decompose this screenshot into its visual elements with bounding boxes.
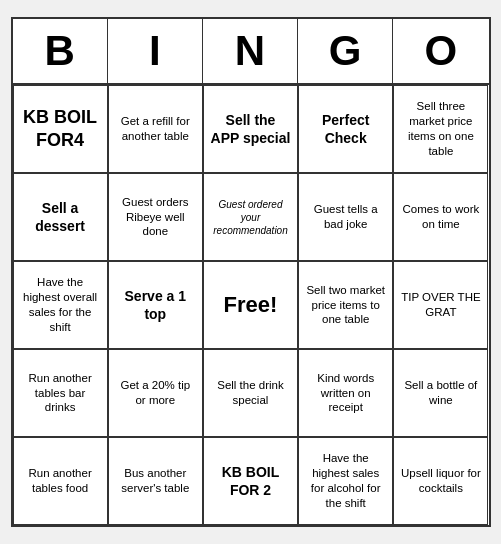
bingo-cell-19[interactable]: Sell a bottle of wine <box>393 349 488 437</box>
bingo-cell-3[interactable]: Perfect Check <box>298 85 393 173</box>
bingo-cell-9[interactable]: Comes to work on time <box>393 173 488 261</box>
bingo-grid: KB BOIL FOR4Get a refill for another tab… <box>13 85 489 525</box>
bingo-cell-10[interactable]: Have the highest overall sales for the s… <box>13 261 108 349</box>
bingo-cell-7[interactable]: Guest ordered your recommendation <box>203 173 298 261</box>
bingo-cell-2[interactable]: Sell the APP special <box>203 85 298 173</box>
bingo-cell-5[interactable]: Sell a dessert <box>13 173 108 261</box>
bingo-letter-b: B <box>13 19 108 83</box>
bingo-cell-13[interactable]: Sell two market price items to one table <box>298 261 393 349</box>
bingo-cell-15[interactable]: Run another tables bar drinks <box>13 349 108 437</box>
bingo-cell-14[interactable]: TIP OVER THE GRAT <box>393 261 488 349</box>
bingo-cell-12[interactable]: Free! <box>203 261 298 349</box>
bingo-header: BINGO <box>13 19 489 85</box>
bingo-letter-i: I <box>108 19 203 83</box>
bingo-cell-0[interactable]: KB BOIL FOR4 <box>13 85 108 173</box>
bingo-cell-6[interactable]: Guest orders Ribeye well done <box>108 173 203 261</box>
bingo-letter-o: O <box>393 19 488 83</box>
bingo-cell-24[interactable]: Upsell liquor for cocktails <box>393 437 488 525</box>
bingo-cell-22[interactable]: KB BOIL FOR 2 <box>203 437 298 525</box>
bingo-cell-16[interactable]: Get a 20% tip or more <box>108 349 203 437</box>
bingo-letter-g: G <box>298 19 393 83</box>
bingo-cell-21[interactable]: Bus another server's table <box>108 437 203 525</box>
bingo-cell-20[interactable]: Run another tables food <box>13 437 108 525</box>
bingo-letter-n: N <box>203 19 298 83</box>
bingo-cell-17[interactable]: Sell the drink special <box>203 349 298 437</box>
bingo-cell-23[interactable]: Have the highest sales for alcohol for t… <box>298 437 393 525</box>
bingo-cell-8[interactable]: Guest tells a bad joke <box>298 173 393 261</box>
bingo-card: BINGO KB BOIL FOR4Get a refill for anoth… <box>11 17 491 527</box>
bingo-cell-4[interactable]: Sell three market price items on one tab… <box>393 85 488 173</box>
bingo-cell-18[interactable]: Kind words written on receipt <box>298 349 393 437</box>
bingo-cell-11[interactable]: Serve a 1 top <box>108 261 203 349</box>
bingo-cell-1[interactable]: Get a refill for another table <box>108 85 203 173</box>
